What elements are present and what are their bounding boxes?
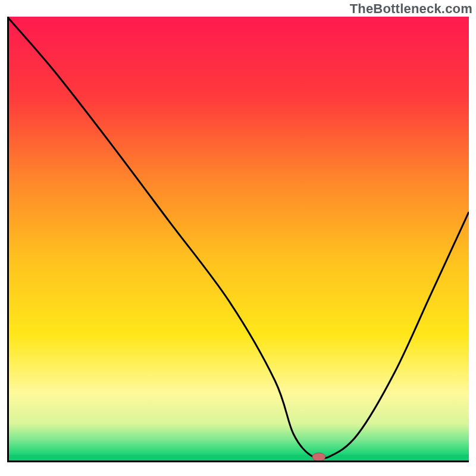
- gradient-background: [7, 17, 469, 459]
- watermark-text: TheBottleneck.com: [350, 1, 472, 17]
- optimal-point-marker: [312, 453, 325, 461]
- plot-area: [7, 17, 469, 469]
- chart-frame: TheBottleneck.com: [0, 0, 476, 476]
- bottom-green-band: [7, 455, 469, 461]
- chart-svg: [7, 17, 469, 469]
